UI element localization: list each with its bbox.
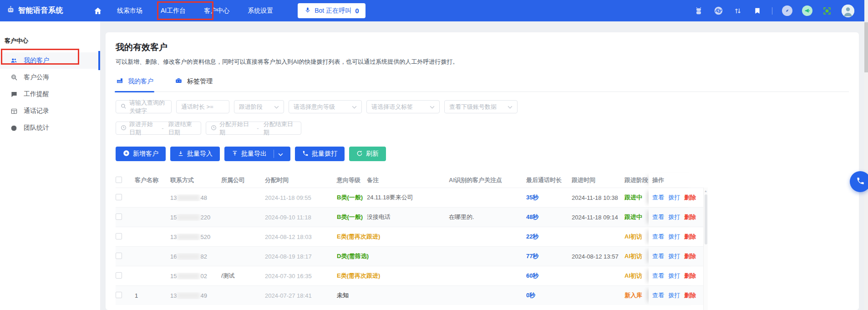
call-duration-link[interactable]: 22秒	[526, 233, 538, 240]
nav-leads-market[interactable]: 线索市场	[108, 0, 152, 21]
sort-arrows-icon[interactable]	[733, 6, 743, 16]
sidebar-header: 客户中心	[0, 21, 100, 52]
cell-ai-focus: 在哪里的.	[449, 213, 526, 221]
row-checkbox[interactable]	[116, 253, 122, 259]
call-link[interactable]: 拨打	[668, 272, 680, 280]
delete-link[interactable]: 删除	[684, 252, 696, 260]
tab-tag-management[interactable]: 标签管理	[174, 77, 213, 91]
bookmark-icon[interactable]	[752, 6, 762, 16]
scrollbar-thumb[interactable]	[705, 194, 707, 244]
view-link[interactable]: 查看	[652, 233, 664, 241]
chat-bubble-icon	[10, 91, 18, 98]
fullscreen-icon[interactable]	[822, 6, 832, 16]
robot-icon[interactable]	[694, 6, 704, 16]
cell-phone: 1502	[170, 273, 221, 280]
cell-name: 1	[135, 292, 170, 299]
sidebar-item-public-pool[interactable]: 客户公海	[0, 69, 100, 86]
view-link[interactable]: 查看	[652, 291, 664, 300]
row-checkbox[interactable]	[116, 233, 122, 239]
nav-system-settings[interactable]: 系统设置	[239, 0, 282, 21]
col-operations: 操作	[649, 173, 699, 188]
tab-my-customers[interactable]: 我的客户	[116, 77, 153, 91]
call-duration-link[interactable]: 60秒	[526, 272, 538, 279]
bot-calling-label: Bot 正在呼叫	[315, 7, 351, 15]
call-duration-link[interactable]: 35秒	[526, 194, 538, 201]
cell-assigned-time: 2024-09-10 11:18	[265, 214, 337, 221]
batch-import-button[interactable]: 批量导入	[170, 147, 220, 161]
intent-level-select[interactable]: 请选择意向等级	[289, 100, 362, 113]
nav-customer-center[interactable]: 客户中心	[195, 0, 239, 21]
col-note: 备注	[367, 176, 449, 184]
follow-date-range-picker[interactable]: 跟进开始日期 - 跟进结束日期	[116, 122, 201, 135]
call-link[interactable]: 拨打	[668, 213, 680, 221]
browser-scrollbar[interactable]	[864, 0, 868, 310]
row-checkbox[interactable]	[116, 213, 122, 220]
view-link[interactable]: 查看	[652, 272, 664, 280]
call-duration-link[interactable]: 77秒	[526, 253, 538, 259]
call-duration-link[interactable]: 0秒	[526, 292, 535, 299]
row-checkbox[interactable]	[116, 272, 122, 279]
call-link[interactable]: 拨打	[668, 193, 680, 202]
sidebar-item-team-stats[interactable]: 团队统计	[0, 120, 100, 136]
view-link[interactable]: 查看	[652, 193, 664, 202]
follow-stage-badge: AI初访	[624, 272, 642, 279]
scrollbar-up-arrow[interactable]: ▲	[704, 188, 708, 193]
follow-stage-badge: 跟进中	[624, 213, 642, 220]
sidebar-item-call-records[interactable]: 通话记录	[0, 103, 100, 119]
bot-calling-button[interactable]: Bot 正在呼叫 0	[298, 3, 365, 18]
browser-scrollbar-thumb[interactable]	[864, 22, 868, 72]
content-card: 我的有效客户 可以新增、删除、修改客户的资料信息，同时可以直接将客户加入到AI的…	[106, 32, 859, 310]
semantic-tag-select[interactable]: 请选择语义标签	[366, 100, 440, 113]
follow-stage-select[interactable]: 跟进阶段	[234, 100, 284, 113]
refresh-button[interactable]: 刷新	[349, 147, 386, 161]
nav-ai-workbench[interactable]: AI工作台	[152, 0, 195, 21]
cell-follow-time: 2024-11-18 09:14	[572, 214, 624, 221]
assign-date-range-picker[interactable]: 分配开始日期 - 分配结束日期	[206, 122, 301, 135]
row-checkbox[interactable]	[116, 194, 122, 200]
building-icon	[116, 77, 124, 86]
batch-call-button[interactable]: 批量拨打	[295, 147, 345, 161]
sidebar-item-work-reminder[interactable]: 工作提醒	[0, 86, 100, 102]
delete-link[interactable]: 删除	[684, 193, 696, 202]
cell-assigned-time: 2024-07-30 16:35	[265, 273, 337, 280]
delete-link[interactable]: 删除	[684, 291, 696, 300]
delete-link[interactable]: 删除	[684, 233, 696, 241]
megaphone-icon[interactable]	[802, 5, 812, 16]
aperture-icon[interactable]	[713, 6, 723, 16]
app-logo[interactable]: 智能语音系统	[6, 5, 63, 16]
view-link[interactable]: 查看	[652, 252, 664, 260]
bot-calling-count: 0	[355, 7, 359, 15]
call-duration-input[interactable]: 通话时长 >=	[176, 100, 229, 113]
user-avatar[interactable]	[842, 5, 854, 17]
batch-export-button[interactable]: 批量导出	[224, 147, 290, 161]
col-ai-focus: AI识别的客户关注点	[449, 176, 526, 184]
view-link[interactable]: 查看	[652, 213, 664, 221]
keyword-search-input[interactable]: 请输入查询的关键字	[116, 100, 172, 113]
home-icon[interactable]	[93, 6, 102, 15]
col-phone: 联系方式	[170, 176, 221, 184]
call-link[interactable]: 拨打	[668, 291, 680, 300]
topbar-icon-group	[694, 5, 854, 17]
phone-masked-segment	[177, 273, 200, 280]
add-customer-button[interactable]: 新增客户	[116, 147, 166, 161]
delete-link[interactable]: 删除	[684, 272, 696, 280]
sidebar-item-my-customers[interactable]: 我的客户	[0, 52, 100, 69]
select-all-checkbox[interactable]	[116, 177, 122, 183]
compass-icon[interactable]	[782, 5, 792, 16]
call-link[interactable]: 拨打	[668, 252, 680, 260]
microphone-icon	[305, 6, 311, 15]
subaccount-data-select[interactable]: 查看下级账号数据	[444, 100, 518, 113]
floating-call-button[interactable]	[850, 171, 868, 192]
page-title: 我的有效客户	[116, 41, 849, 53]
row-checkbox[interactable]	[116, 292, 122, 298]
chevron-down-icon[interactable]	[278, 150, 283, 158]
call-duration-link[interactable]: 48秒	[526, 213, 538, 220]
assign-end-placeholder: 分配结束日期	[264, 120, 296, 137]
clock-icon	[121, 125, 127, 132]
delete-link[interactable]: 删除	[684, 213, 696, 221]
call-link[interactable]: 拨打	[668, 233, 680, 241]
intent-level-badge: E类(需再次跟进)	[337, 233, 380, 240]
date-separator: -	[160, 125, 165, 132]
cell-phone: 15220	[170, 214, 221, 221]
table-scrollbar[interactable]: ▲	[703, 188, 708, 310]
